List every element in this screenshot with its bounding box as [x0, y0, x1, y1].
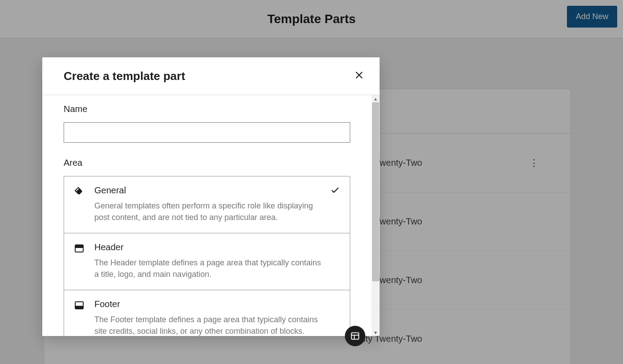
svg-rect-6: [352, 333, 359, 340]
floating-action-button[interactable]: [345, 326, 365, 346]
header-icon: [74, 243, 85, 254]
modal-header: Create a template part: [42, 57, 380, 95]
scrollbar-track[interactable]: [372, 102, 380, 329]
name-label: Name: [64, 104, 350, 114]
area-option-title: Footer: [94, 299, 340, 309]
modal-body: Name Area General General templates ofte…: [42, 95, 372, 336]
area-option-description: The Header template defines a page area …: [94, 257, 326, 280]
scrollbar-thumb[interactable]: [372, 102, 379, 281]
scroll-down-arrow-icon[interactable]: ▼: [372, 329, 380, 336]
area-options-list: General General templates often perform …: [64, 176, 350, 336]
check-icon: [330, 185, 340, 198]
scroll-up-arrow-icon[interactable]: ▲: [372, 95, 380, 102]
svg-rect-3: [75, 245, 83, 248]
area-option-header[interactable]: Header The Header template defines a pag…: [64, 233, 350, 290]
close-button[interactable]: [351, 68, 367, 84]
area-option-footer[interactable]: Footer The Footer template defines a pag…: [64, 290, 350, 336]
name-input[interactable]: [64, 122, 350, 143]
layout-icon: [350, 331, 360, 341]
svg-rect-5: [75, 306, 83, 309]
modal-title: Create a template part: [64, 69, 185, 83]
area-label: Area: [64, 158, 350, 168]
footer-icon: [74, 300, 85, 311]
modal-scrollbar[interactable]: ▲ ▼: [372, 95, 380, 336]
close-icon: [355, 70, 364, 82]
area-option-general[interactable]: General General templates often perform …: [64, 176, 350, 233]
create-template-part-modal: Create a template part Name Area General…: [42, 57, 380, 336]
area-option-description: The Footer template defines a page area …: [94, 314, 326, 336]
area-option-description: General templates often perform a specif…: [94, 200, 326, 223]
area-option-title: General: [94, 185, 340, 196]
area-option-title: Header: [94, 242, 340, 252]
layers-icon: [74, 186, 85, 197]
